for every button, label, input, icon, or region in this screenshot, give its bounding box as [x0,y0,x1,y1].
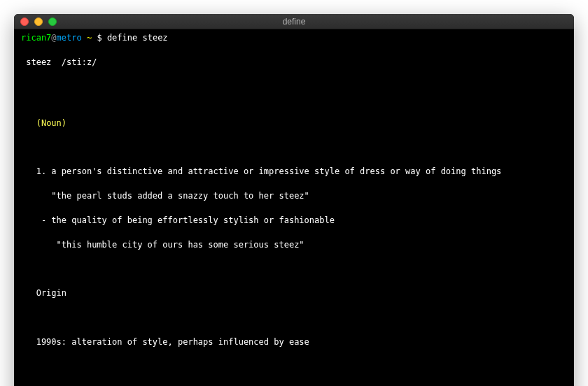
prompt-dollar: $ [97,33,102,43]
terminal-window: define rican7@metro ~ $ define steez ste… [14,14,574,386]
output-sub1: - the quality of being effortlessly styl… [21,215,567,227]
minimize-icon[interactable] [34,17,43,26]
output-ex1: "the pearl studs added a snazzy touch to… [21,190,567,202]
command-text: define steez [107,33,168,43]
blank [21,142,567,154]
output-pos: (Noun) [21,117,567,129]
window-title: define [14,17,574,27]
output-def1: 1. a person's distinctive and attractive… [21,166,567,178]
output-origin-label: Origin [21,287,567,299]
blank [21,361,567,373]
prompt-line-1: rican7@metro ~ $ define steez [21,32,567,44]
prompt-host: metro [57,33,82,43]
titlebar[interactable]: define [14,14,574,29]
prompt-at: @ [51,33,56,43]
blank [21,312,567,324]
prompt-path: ~ [87,33,92,43]
zoom-icon[interactable] [48,17,57,26]
blank [21,263,567,275]
close-icon[interactable] [20,17,29,26]
prompt-user: rican7 [21,33,51,43]
output-headword: steez /sti:z/ [21,57,567,69]
traffic-lights [14,17,57,26]
terminal-body[interactable]: rican7@metro ~ $ define steez steez /sti… [14,29,574,386]
output-origin-text: 1990s: alteration of style, perhaps infl… [21,336,567,348]
output-subex1: "this humble city of ours has some serio… [21,239,567,251]
blank [21,93,567,105]
